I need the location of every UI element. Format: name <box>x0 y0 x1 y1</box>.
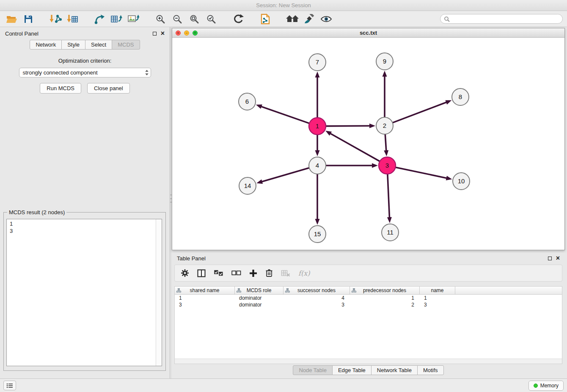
search-box[interactable] <box>440 14 563 24</box>
run-mcds-button[interactable]: Run MCDS <box>40 83 81 94</box>
graph-edge-4-14[interactable] <box>261 168 309 182</box>
graph-node-10[interactable]: 10 <box>453 173 470 190</box>
column-header-shared-name[interactable]: shared name <box>175 287 235 295</box>
tab-network[interactable]: Network <box>30 40 62 50</box>
network-graph[interactable]: 7968124310141511 <box>172 38 564 250</box>
graph-node-label: 2 <box>383 122 386 129</box>
graph-node-1[interactable]: 1 <box>309 118 326 135</box>
table-cell[interactable]: 3 <box>420 301 455 308</box>
graph-node-4[interactable]: 4 <box>309 157 326 174</box>
deselect-all-button[interactable] <box>231 270 241 276</box>
export-image-button[interactable] <box>126 13 140 25</box>
tab-mcds[interactable]: MCDS <box>112 40 140 50</box>
criterion-select[interactable]: strongly connected component <box>19 68 151 77</box>
apply-layout-button[interactable] <box>231 13 245 25</box>
zoom-selected-icon <box>206 14 216 24</box>
graph-node-15[interactable]: 15 <box>309 226 326 243</box>
home-button[interactable] <box>285 13 300 25</box>
zoom-window-button[interactable]: + <box>193 30 198 36</box>
zoom-selected-button[interactable] <box>204 13 218 25</box>
column-header-name[interactable]: name <box>420 287 455 295</box>
result-list-scrollbar[interactable] <box>156 219 162 366</box>
zoom-in-button[interactable] <box>153 13 168 25</box>
float-panel-button[interactable] <box>153 32 157 36</box>
graph-node-3[interactable]: 3 <box>379 157 396 174</box>
table-cell[interactable]: 2 <box>350 301 420 308</box>
show-columns-button[interactable] <box>197 269 206 277</box>
graph-node-11[interactable]: 11 <box>382 224 399 241</box>
graph-edge-3-11[interactable] <box>388 174 390 218</box>
mcds-result-list[interactable]: 1 3 <box>6 219 162 366</box>
zoom-out-button[interactable] <box>170 13 184 25</box>
table-toolbar: f(x) <box>174 265 562 282</box>
result-item[interactable]: 1 <box>10 220 162 227</box>
graph-edge-2-8[interactable] <box>393 102 447 123</box>
graph-edge-arrowhead <box>369 124 375 128</box>
graph-node-2[interactable]: 2 <box>376 117 393 134</box>
graph-edge-3-10[interactable] <box>396 167 448 178</box>
table-row[interactable]: 1 dominator 4 1 1 <box>175 295 562 301</box>
column-header-predecessor-nodes[interactable]: predecessor nodes <box>350 287 420 295</box>
function-builder-button[interactable]: f(x) <box>298 269 310 277</box>
select-all-button[interactable] <box>214 270 223 276</box>
import-network-icon <box>49 14 62 24</box>
export-image-icon <box>127 14 139 24</box>
network-canvas[interactable]: 7968124310141511 <box>172 38 564 250</box>
import-table-button[interactable] <box>65 13 80 25</box>
tab-node-table[interactable]: Node Table <box>293 365 333 375</box>
table-cell[interactable]: 1 <box>350 295 420 301</box>
graph-node-9[interactable]: 9 <box>376 53 393 70</box>
table-horizontal-scrollbar[interactable] <box>175 359 562 364</box>
table-row[interactable]: 3 dominator 3 2 3 <box>175 301 562 308</box>
tab-select[interactable]: Select <box>85 40 112 50</box>
table-cell[interactable]: 1 <box>175 295 235 301</box>
table-cell[interactable]: 3 <box>284 301 350 308</box>
tab-style[interactable]: Style <box>61 40 85 50</box>
table-cell[interactable]: 4 <box>284 295 350 301</box>
import-network-button[interactable] <box>48 13 63 25</box>
close-table-panel-button[interactable]: × <box>556 256 560 260</box>
close-panel-action-button[interactable]: Close panel <box>87 83 130 94</box>
graph-node-6[interactable]: 6 <box>239 93 256 110</box>
search-input[interactable] <box>452 16 559 22</box>
new-table-button[interactable] <box>109 13 124 25</box>
delete-table-button[interactable] <box>281 269 290 277</box>
tab-edge-table[interactable]: Edge Table <box>332 365 372 375</box>
graph-node-8[interactable]: 8 <box>452 88 469 105</box>
float-table-panel-button[interactable] <box>548 257 552 260</box>
memory-button[interactable]: Memory <box>528 381 564 391</box>
graph-edge-2-3[interactable] <box>385 134 386 152</box>
tab-network-table[interactable]: Network Table <box>371 365 418 375</box>
table-settings-button[interactable] <box>181 269 189 277</box>
table-panel-tabs: Node Table Edge Table Network Table Moti… <box>172 365 565 375</box>
graph-edge-3-1[interactable] <box>330 133 380 161</box>
graph-node-7[interactable]: 7 <box>309 54 326 71</box>
open-file-button[interactable] <box>4 13 19 25</box>
delete-column-button[interactable] <box>265 269 273 277</box>
result-item[interactable]: 3 <box>10 227 162 235</box>
control-panel-title: Control Panel <box>5 30 39 37</box>
graph-edge-1-2[interactable] <box>326 126 371 126</box>
table-cell[interactable]: dominator <box>235 301 284 308</box>
close-panel-button[interactable]: × <box>161 31 165 36</box>
minimize-window-button[interactable]: − <box>184 30 189 36</box>
memory-status-icon <box>534 384 538 388</box>
save-session-button[interactable] <box>21 13 36 25</box>
network-snapshot-button[interactable] <box>258 13 272 25</box>
graph-node-14[interactable]: 14 <box>239 177 256 194</box>
column-header-mcds-role[interactable]: MCDS role <box>235 287 284 295</box>
new-network-button[interactable] <box>92 13 107 25</box>
column-header-successor-nodes[interactable]: successor nodes <box>284 287 350 295</box>
table-cell[interactable]: 3 <box>175 301 235 308</box>
table-cell[interactable]: dominator <box>235 295 284 301</box>
tab-motifs[interactable]: Motifs <box>417 365 444 375</box>
apply-style-button[interactable] <box>302 13 317 25</box>
show-graphics-button[interactable] <box>319 13 333 25</box>
table-cell[interactable]: 1 <box>420 295 455 301</box>
zoom-fit-button[interactable] <box>187 13 201 25</box>
task-history-button[interactable] <box>3 381 16 390</box>
close-window-button[interactable]: × <box>176 30 181 36</box>
graph-node-label: 3 <box>385 162 389 169</box>
add-column-button[interactable] <box>249 269 257 277</box>
graph-edge-1-6[interactable] <box>260 106 309 124</box>
